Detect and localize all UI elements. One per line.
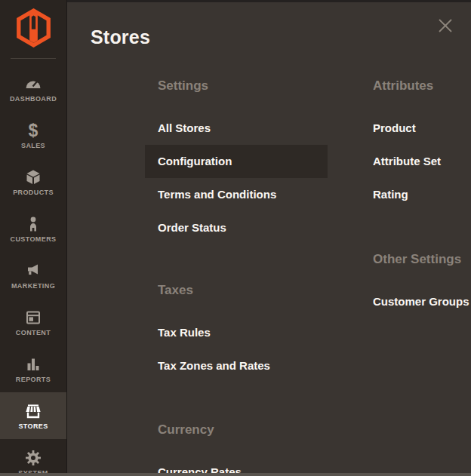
menu-item-terms-and-conditions[interactable]: Terms and Conditions	[145, 178, 334, 211]
sidebar-item-label: MARKETING	[11, 282, 55, 290]
sidebar-item-customers[interactable]: CUSTOMERS	[0, 205, 66, 252]
gear-icon	[24, 449, 42, 467]
menu-item-product[interactable]: Product	[360, 112, 471, 145]
section-other-settings: Other Settings Customer Groups	[360, 252, 471, 318]
menu-item-configuration[interactable]: Configuration	[145, 145, 328, 178]
page-bottom-edge	[0, 473, 471, 476]
dashboard-gauge-icon	[24, 75, 42, 93]
magento-logo-icon	[17, 8, 51, 48]
menu-item-attribute-set[interactable]: Attribute Set	[360, 145, 471, 178]
sidebar-item-dashboard[interactable]: DASHBOARD	[0, 65, 66, 112]
section-taxes: Taxes Tax Rules Tax Zones and Rates	[145, 283, 334, 382]
sidebar-item-sales[interactable]: $ SALES	[0, 112, 66, 158]
box-icon	[24, 168, 42, 186]
dollar-icon: $	[24, 121, 42, 140]
sidebar-item-content[interactable]: CONTENT	[0, 299, 66, 345]
admin-sidebar: DASHBOARD $ SALES PRODUCTS CUSTOMERS	[0, 0, 66, 476]
sidebar-item-label: CUSTOMERS	[11, 235, 57, 243]
person-icon	[24, 215, 42, 233]
sidebar-nav: DASHBOARD $ SALES PRODUCTS CUSTOMERS	[0, 65, 66, 476]
menu-item-rating[interactable]: Rating	[360, 178, 471, 211]
menu-item-customer-groups[interactable]: Customer Groups	[360, 285, 471, 318]
bar-chart-icon	[24, 355, 42, 373]
menu-item-order-status[interactable]: Order Status	[145, 211, 334, 244]
flyout-title: Stores	[91, 26, 150, 48]
menu-item-all-stores[interactable]: All Stores	[145, 112, 334, 145]
svg-text:$: $	[29, 121, 38, 140]
section-settings: Settings All Stores Configuration Terms …	[145, 78, 334, 244]
section-title: Settings	[145, 78, 334, 94]
storefront-icon	[24, 402, 42, 420]
sidebar-item-stores[interactable]: STORES	[0, 392, 66, 439]
sidebar-item-system[interactable]: SYSTEM	[0, 439, 66, 476]
header-strip	[67, 0, 471, 2]
sidebar-item-products[interactable]: PRODUCTS	[0, 158, 66, 205]
menu-item-tax-zones-and-rates[interactable]: Tax Zones and Rates	[145, 349, 334, 382]
close-button[interactable]	[436, 16, 455, 35]
section-title: Attributes	[360, 78, 471, 94]
megaphone-icon	[24, 262, 42, 280]
section-currency: Currency Currency Rates	[145, 422, 334, 476]
sidebar-item-label: REPORTS	[16, 376, 51, 383]
section-attributes: Attributes Product Attribute Set Rating	[360, 78, 471, 211]
menu-item-tax-rules[interactable]: Tax Rules	[145, 316, 334, 349]
section-title: Currency	[145, 422, 334, 438]
sidebar-item-label: DASHBOARD	[10, 95, 57, 103]
sidebar-item-label: STORES	[18, 422, 48, 430]
close-icon	[436, 17, 454, 35]
layout-icon	[24, 309, 42, 327]
sidebar-item-label: PRODUCTS	[13, 189, 54, 196]
sidebar-item-label: CONTENT	[16, 329, 51, 336]
stores-flyout-menu: Stores Settings All Stores Configuration…	[66, 0, 471, 476]
magento-logo[interactable]	[0, 0, 66, 50]
sidebar-item-marketing[interactable]: MARKETING	[0, 252, 66, 299]
sidebar-item-label: SALES	[21, 142, 45, 149]
section-title: Other Settings	[360, 252, 471, 267]
section-title: Taxes	[145, 283, 334, 298]
sidebar-divider	[11, 58, 56, 59]
sidebar-item-reports[interactable]: REPORTS	[0, 345, 66, 392]
